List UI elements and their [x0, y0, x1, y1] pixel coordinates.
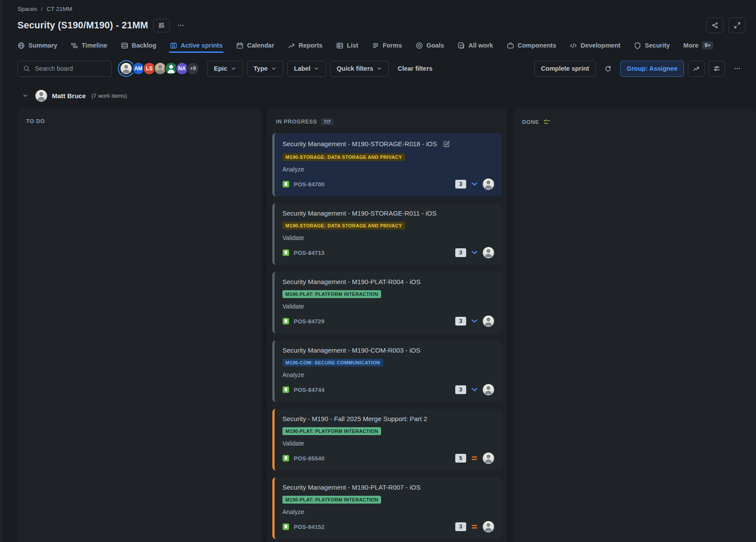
goals-icon — [416, 42, 423, 49]
forms-icon — [372, 42, 379, 49]
team-button[interactable] — [153, 19, 170, 32]
tab-security[interactable]: Security — [634, 38, 670, 53]
story-icon — [282, 318, 289, 325]
story-type-icon — [282, 249, 290, 257]
card-footer: POS-84700 3 — [282, 178, 494, 190]
assignee-avatar[interactable] — [483, 247, 494, 258]
column-header: DONE — [513, 108, 756, 131]
card-status: Analyze — [282, 166, 494, 173]
toolbar-actions: Complete sprint Group: Assignee — [534, 61, 746, 77]
group-name: Matt Bruce — [52, 92, 86, 99]
priority-medium-icon — [470, 454, 479, 463]
person-photo-icon — [483, 453, 494, 464]
search-input[interactable] — [34, 65, 106, 72]
board-card[interactable]: Security Management - M190-STORAGE-R018 … — [272, 133, 502, 196]
tab-reports[interactable]: Reports — [288, 38, 323, 53]
allwork-icon — [457, 42, 465, 49]
card-status: Validate — [282, 234, 494, 241]
assignee-avatar[interactable] — [483, 521, 494, 532]
edit-summary-button[interactable] — [441, 139, 452, 149]
filter-label: Quick filters — [337, 65, 373, 72]
estimate-badge: 3 — [455, 248, 466, 257]
board-page: Spaces / CT 21MM Security (S190/M190) - … — [0, 0, 756, 542]
tab-calendar[interactable]: Calendar — [236, 38, 274, 53]
assignee-avatar[interactable] — [483, 384, 494, 395]
group-by-button[interactable]: Group: Assignee — [620, 61, 684, 77]
clear-filters-link[interactable]: Clear filters — [398, 65, 433, 72]
tab-label: Backlog — [132, 42, 156, 49]
card-title: Security Management - M190-COM-R003 - iO… — [282, 346, 494, 355]
column-todo: TO DO — [17, 108, 261, 542]
column-header: IN PROGRESS 7/7 — [267, 108, 507, 130]
toolbar-more-button[interactable] — [729, 61, 746, 77]
card-label-badge: M190-PLAT: PLATFORM INTERACTION — [282, 427, 381, 435]
chevron-down-icon — [271, 65, 277, 72]
avatar[interactable] — [120, 62, 133, 75]
avatar-overflow[interactable]: +9 — [186, 62, 199, 75]
column-title: DONE — [522, 119, 539, 125]
tab-label: Security — [645, 42, 670, 49]
filter-type[interactable]: Type — [247, 61, 284, 77]
tab-label: More — [684, 42, 699, 49]
more-count-badge: 9+ — [702, 41, 713, 49]
estimate-badge: 3 — [455, 317, 466, 326]
card-label-badge: M190-PLAT: PLATFORM INTERACTION — [282, 290, 381, 298]
board-card[interactable]: Security Management - M190-COM-R003 - iO… — [272, 340, 502, 402]
assignee-avatar[interactable] — [483, 178, 494, 190]
complete-sprint-button[interactable]: Complete sprint — [534, 61, 595, 77]
swimlane-header: Matt Bruce (7 work items) — [0, 88, 756, 103]
card-title: Security Management - M190-PLAT-R007 - i… — [282, 483, 494, 492]
refresh-button[interactable] — [600, 61, 616, 77]
story-icon — [282, 249, 289, 256]
tab-backlog[interactable]: Backlog — [121, 38, 156, 53]
board-icon — [170, 42, 177, 49]
expand-button[interactable] — [729, 17, 746, 33]
assignee-avatar[interactable] — [483, 316, 494, 327]
board-card[interactable]: Security Management - M190-PLAT-R004 - i… — [272, 272, 502, 333]
view-settings-button[interactable] — [708, 61, 725, 77]
priority-low-icon — [470, 180, 479, 189]
tab-development[interactable]: Development — [570, 38, 620, 53]
person-photo-icon — [483, 384, 494, 395]
breadcrumb-spaces[interactable]: Spaces — [17, 6, 37, 12]
teams-icon — [158, 22, 165, 29]
tab-goals[interactable]: Goals — [416, 38, 444, 53]
reports-icon — [288, 42, 295, 49]
card-status: Validate — [282, 303, 494, 310]
chevron-down-icon — [313, 65, 320, 72]
ellipsis-icon — [734, 65, 741, 72]
tab-timeline[interactable]: Timeline — [71, 38, 107, 53]
tab-forms[interactable]: Forms — [372, 38, 402, 53]
filter-quick-filters[interactable]: Quick filters — [330, 61, 389, 77]
board-card[interactable]: Security Management - M190-STORAGE-R011 … — [272, 203, 502, 265]
board-card[interactable]: Security Management - M190-PLAT-R007 - i… — [272, 477, 502, 539]
card-footer: POS-85540 5 — [282, 453, 494, 464]
search-board[interactable] — [17, 61, 112, 77]
breadcrumb-project[interactable]: CT 21MM — [47, 6, 72, 12]
title-more-button[interactable] — [172, 19, 189, 32]
priority-low-icon — [470, 385, 479, 394]
card-label-badge: M190-COM: SECURE COMMUNICATION — [282, 359, 383, 367]
card-list — [513, 131, 756, 139]
share-button[interactable] — [706, 17, 723, 33]
tab-all-work[interactable]: All work — [457, 38, 493, 53]
collapse-group-button[interactable] — [20, 90, 31, 101]
share-icon — [711, 22, 718, 29]
filter-label[interactable]: Label — [287, 61, 326, 77]
person-photo-icon — [483, 521, 494, 532]
insights-button[interactable] — [688, 61, 704, 77]
assignee-avatar[interactable] — [483, 453, 494, 464]
tab-more[interactable]: More9+ — [684, 38, 713, 53]
page-title: Security (S190/M190) - 21MM — [17, 20, 148, 31]
board-card[interactable]: Security - M190 - Fall 2025 Merge Suppor… — [272, 409, 502, 470]
card-title: Security Management - M190-PLAT-R004 - i… — [282, 278, 494, 286]
tab-list[interactable]: List — [336, 38, 358, 53]
tab-active-sprints[interactable]: Active sprints — [170, 38, 223, 53]
card-key: POS-84744 — [294, 387, 325, 393]
tab-summary[interactable]: Summary — [17, 38, 57, 53]
tab-components[interactable]: Components — [507, 38, 557, 53]
story-type-icon — [282, 523, 290, 531]
filter-epic[interactable]: Epic — [207, 61, 243, 77]
card-status: Analyze — [282, 508, 494, 515]
person-photo-icon — [35, 90, 47, 102]
